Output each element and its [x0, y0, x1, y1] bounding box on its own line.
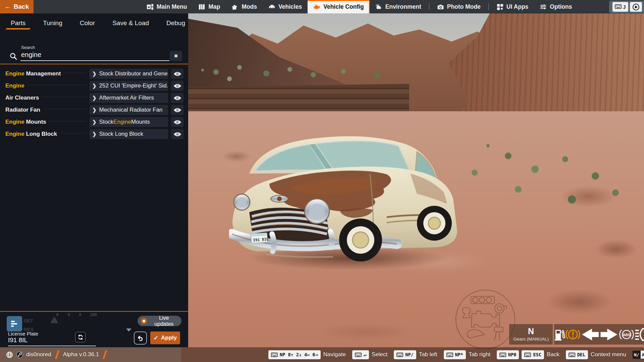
parts-row: Air Cleaners❯Aftermarket Air Filters — [5, 93, 183, 103]
top-menu-item-map[interactable]: Map — [193, 0, 226, 13]
tab-debug[interactable]: Debug — [158, 16, 194, 31]
key-pill: ESC — [522, 350, 544, 359]
parking-brake-warning-icon — [566, 328, 580, 341]
top-menu-item-label: Environment — [385, 3, 421, 10]
part-category-label: Engine Long Block — [5, 131, 57, 137]
undo-button[interactable] — [134, 331, 147, 345]
dotted-leader — [60, 133, 86, 133]
check-icon: ✓ — [154, 335, 158, 342]
svg-text:ABS: ABS — [623, 333, 630, 337]
dotted-leader — [27, 85, 86, 85]
top-menu-item-ui-apps[interactable]: UI Apps — [491, 0, 534, 13]
eye-icon — [173, 108, 181, 113]
top-menu-item-environment[interactable]: Environment — [370, 0, 427, 13]
back-button[interactable]: ← Back — [0, 0, 34, 13]
top-menu: Main MenuMapModsVehiclesVehicle ConfigEn… — [141, 0, 578, 13]
ghost-arrow-up — [50, 316, 58, 323]
part-slot-dropdown[interactable]: ❯252 CUI 'Empire-Eight' Sid... — [90, 81, 168, 91]
part-slot-dropdown[interactable]: ❯Stock Long Block — [90, 129, 168, 139]
tab-color[interactable]: Color — [71, 16, 104, 31]
license-plate-label: License Plate — [8, 331, 38, 337]
mods-icon — [231, 3, 238, 10]
search-icon — [9, 52, 17, 60]
parts-row: Engine Long Block❯Stock Long Block — [5, 129, 183, 139]
status-left: dis0nored Alpha v.0.36.1 — [6, 347, 108, 362]
randomize-plate-button[interactable] — [75, 332, 86, 342]
ghost-number: 0 — [56, 312, 59, 317]
top-menu-item-photo-mode[interactable]: Photo Mode — [431, 0, 486, 13]
eye-icon — [173, 96, 181, 101]
keyboard-icon — [271, 353, 278, 357]
tab-save-load[interactable]: Save & Load — [104, 16, 158, 31]
parts-list: Engine Management❯Stock Distributor and … — [0, 64, 188, 139]
keyboard-icon — [615, 4, 622, 10]
menu-separator — [488, 3, 489, 10]
chevron-right-icon: ❯ — [92, 95, 97, 101]
hint-label: Back — [547, 351, 559, 358]
top-menu-item-label: Photo Mode — [447, 3, 481, 10]
headlight-icon — [634, 328, 644, 341]
ghost-number: 0 — [68, 312, 70, 317]
part-slot-dropdown[interactable]: ❯Aftermarket Air Filters — [90, 93, 168, 103]
part-visibility-toggle[interactable] — [171, 129, 183, 139]
refresh-icon — [77, 334, 84, 340]
status-bar: dis0nored Alpha v.0.36.1 NP 8↑ 2↓ 4← 6→N… — [0, 347, 644, 362]
top-menu-item-label: Main Menu — [157, 3, 187, 10]
key-pill: NP/ — [394, 350, 416, 359]
input-hint-context-menu: DELContext menu — [566, 350, 626, 359]
key-pill: ↵ — [352, 350, 369, 359]
abs-icon: ABS — [619, 328, 634, 341]
keyboard-icon — [499, 353, 506, 357]
part-visibility-toggle[interactable] — [171, 81, 183, 91]
top-menu-item-options[interactable]: Options — [534, 0, 578, 13]
fuel-icon — [554, 328, 566, 341]
play-button[interactable] — [630, 2, 642, 12]
hint-label: Context menu — [591, 351, 626, 358]
steam-icon — [16, 351, 23, 358]
tuning-values-button[interactable] — [7, 316, 22, 331]
ui-apps-icon — [496, 3, 503, 10]
part-slot-dropdown[interactable]: ❯Stock Distributor and Gene... — [90, 69, 168, 79]
chevron-right-icon: ❯ — [92, 119, 97, 125]
top-menu-bar: ← Back Main MenuMapModsVehiclesVehicle C… — [0, 0, 644, 13]
part-visibility-toggle[interactable] — [171, 69, 183, 79]
part-slot-dropdown[interactable]: ❯Stock Engine Mounts — [90, 117, 168, 127]
input-hint-back: NP0ESCBack — [497, 350, 559, 359]
part-visibility-toggle[interactable] — [171, 93, 183, 103]
main-menu-icon — [147, 3, 154, 10]
parts-row: Engine❯252 CUI 'Empire-Eight' Sid... — [5, 81, 183, 91]
toggle-on-icon — [141, 318, 147, 324]
search-input[interactable] — [20, 50, 169, 61]
part-category-label: Engine Management — [5, 70, 61, 77]
top-menu-item-label: Vehicles — [278, 3, 302, 10]
part-visibility-toggle[interactable] — [171, 105, 183, 115]
top-menu-item-mods[interactable]: Mods — [226, 0, 263, 13]
top-menu-item-main-menu[interactable]: Main Menu — [141, 0, 193, 13]
clear-search-button[interactable]: ✖ — [170, 51, 182, 61]
parts-row: Engine Management❯Stock Distributor and … — [5, 69, 183, 79]
keyboard-device-button[interactable]: J — [612, 2, 628, 12]
vehicle-burnside: I91 8IL — [229, 133, 464, 267]
part-slot-dropdown[interactable]: ❯Mechanical Radiator Fan — [90, 105, 168, 115]
ghost-number: 0 — [79, 312, 81, 317]
apply-button[interactable]: ✓ Apply — [150, 331, 180, 344]
top-menu-item-label: Vehicle Config — [323, 3, 364, 10]
environment-icon — [375, 3, 382, 10]
globe-icon — [6, 351, 13, 358]
top-menu-item-vehicle-config[interactable]: Vehicle Config — [308, 0, 370, 13]
tab-parts[interactable]: Parts — [2, 16, 34, 31]
live-updates-toggle[interactable]: Live updates — [138, 316, 181, 326]
part-visibility-toggle[interactable] — [171, 117, 183, 127]
tab-tuning[interactable]: Tuning — [34, 16, 71, 31]
engine-parts-watermark-icon — [453, 288, 517, 351]
top-menu-item-vehicles[interactable]: Vehicles — [263, 0, 308, 13]
vehicles-icon — [268, 3, 275, 10]
panel-tabs: PartsTuningColorSave & LoadDebug — [0, 13, 188, 31]
chevron-right-icon: ❯ — [92, 131, 97, 137]
dotted-leader — [49, 121, 86, 121]
arrow-right-icon — [600, 328, 619, 341]
map-icon — [198, 3, 205, 10]
key-pill: NP0 — [497, 350, 519, 359]
key-pill: DEL — [566, 350, 588, 359]
undo-icon — [137, 335, 144, 342]
